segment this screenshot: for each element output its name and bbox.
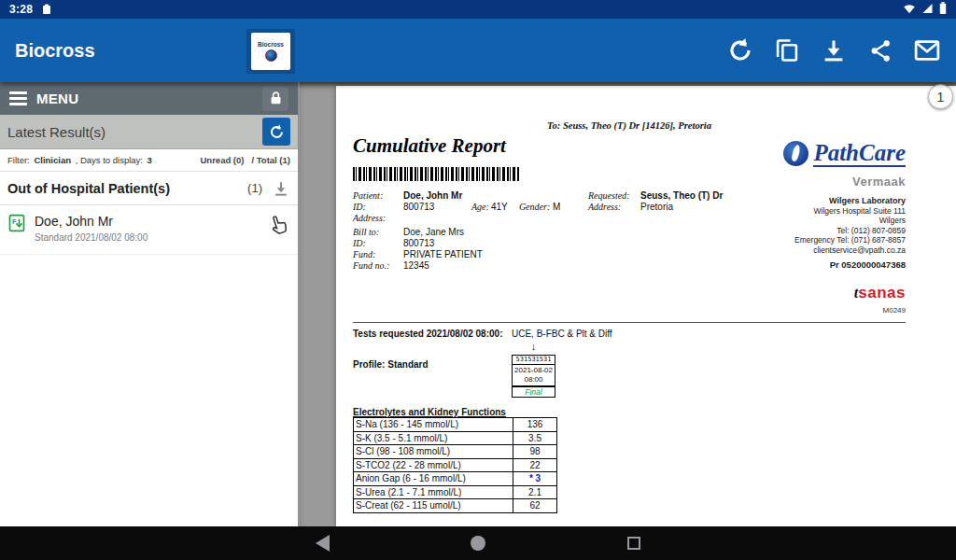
- share-button[interactable]: [865, 35, 896, 66]
- app-bar: Biocross Biocross: [0, 19, 956, 82]
- requested-address-value: Pretoria: [640, 202, 673, 212]
- sanas-wordmark: sanas: [858, 284, 906, 301]
- patient-label: Patient:: [353, 190, 403, 202]
- result-row: S-Urea (2.1 - 7.1 mmol/L)2.1: [353, 485, 557, 500]
- download-section-icon[interactable]: [272, 179, 290, 198]
- requested-label: Requested:: [588, 190, 640, 202]
- wifi-icon: [903, 1, 916, 18]
- requested-address-label: Address:: [588, 202, 640, 213]
- sanas-accreditation-number: M0249: [812, 306, 906, 315]
- result-row: S-Creat (62 - 115 umol/L)62: [353, 498, 557, 513]
- signal-icon: [921, 1, 934, 18]
- bill-to-label: Bill to:: [353, 227, 403, 238]
- collection-time: 08:00: [513, 375, 555, 385]
- barcode: [353, 167, 519, 181]
- section-count: (1): [247, 181, 262, 195]
- refresh-results-button[interactable]: [262, 118, 290, 146]
- android-nav-bar: [0, 526, 956, 560]
- section-title: Out of Hospital Patient(s): [7, 181, 170, 196]
- lab-email: clientservice@vpath.co.za: [691, 245, 906, 256]
- fund-value: PRIVATE PATIENT: [403, 249, 483, 259]
- report-viewer[interactable]: To: Seuss, Theo (T) Dr [14126], Pretoria…: [300, 82, 956, 526]
- fund-no-value: 12345: [403, 260, 429, 271]
- result-row: S-TCO2 (22 - 28 mmol/L)22: [353, 458, 557, 473]
- bill-id-label: ID:: [353, 238, 403, 249]
- lock-icon: [268, 91, 284, 106]
- result-counts: Unread (0) / Total (1): [200, 155, 290, 165]
- home-icon: [471, 536, 485, 551]
- lab-address2: Wilgers: [691, 216, 906, 226]
- patient-texts: Doe, John Mr Standard 2021/08/02 08:00: [35, 214, 148, 243]
- menu-icon[interactable]: [9, 91, 27, 105]
- filter-summary: Filter: Clinician , Days to display: 3: [7, 155, 154, 165]
- pathcare-wordmark: PathCare: [813, 140, 906, 167]
- hand-pointer-icon: [268, 213, 290, 241]
- app-title: Biocross: [0, 40, 95, 62]
- sanas-logo: tsanas: [812, 284, 906, 302]
- page-number: 1: [937, 90, 945, 105]
- tests-requested-label: Tests requested 2021/08/02 08:00:: [353, 329, 502, 339]
- svg-text:F: F: [12, 217, 17, 226]
- patient-name-value: Doe, John Mr: [403, 190, 462, 201]
- down-arrow-glyph: ↓: [512, 341, 555, 352]
- page-number-badge: 1: [928, 84, 953, 109]
- collection-date: 2021-08-02: [513, 366, 555, 375]
- section-header-out-of-hospital: Out of Hospital Patient(s) (1): [0, 172, 298, 205]
- biocross-logo-box: Biocross: [251, 33, 290, 70]
- sidebar: MENU Latest Result(s) Filter: Clinician …: [0, 82, 299, 526]
- email-button[interactable]: [911, 35, 943, 66]
- lab-address1: Wilgers Hospital Suite 111: [691, 206, 906, 217]
- bill-to-value: Doe, Jane Mrs: [403, 227, 464, 237]
- collection-datetime: 2021-08-02 08:00: [512, 364, 555, 386]
- tests-requested-value: UCE, B-FBC & Plt & Diff: [512, 329, 612, 339]
- home-button[interactable]: [467, 532, 489, 554]
- download-button[interactable]: [818, 35, 850, 66]
- menu-bar[interactable]: MENU: [0, 82, 298, 115]
- patient-info-block: Patient:Doe, John Mr ID:800713Age:41YGen…: [353, 190, 586, 272]
- refresh-button[interactable]: [724, 35, 756, 66]
- age-value: 41Y: [491, 202, 519, 213]
- profile-label: Profile: Standard: [353, 359, 429, 370]
- back-icon: [316, 535, 330, 552]
- fund-no-label: Fund no.:: [353, 260, 403, 272]
- pathcare-icon: [783, 141, 808, 166]
- total-count: / Total (1): [251, 155, 290, 165]
- filter-label: Filter:: [7, 155, 30, 165]
- bill-id-value: 800713: [403, 238, 434, 248]
- lab-tel: Tel: (012) 807-0859: [691, 226, 906, 236]
- address-label: Address:: [353, 213, 403, 224]
- back-button[interactable]: [311, 532, 333, 554]
- app-actions: [724, 35, 956, 66]
- patient-list-item[interactable]: F Doe, John Mr Standard 2021/08/02 08:00: [0, 205, 298, 255]
- lab-emergency-tel: Emergency Tel: (071) 687-8857: [691, 235, 906, 245]
- biocross-logo-mark: [265, 49, 277, 62]
- lab-name: Wilgers Laboratory: [691, 196, 906, 206]
- refresh-icon: [268, 123, 286, 141]
- status-bar: 3:28: [0, 0, 956, 19]
- lock-button[interactable]: [262, 87, 288, 111]
- results-section-title: Electrolytes and Kidney Functions: [353, 407, 506, 417]
- latest-results-header: Latest Result(s): [0, 115, 298, 149]
- lab-practice-number: Pr 0520000047368: [691, 260, 906, 271]
- result-row: S-Na (136 - 145 mmol/L)136: [353, 417, 557, 432]
- unread-count: Unread (0): [200, 155, 244, 165]
- id-value: 800713: [403, 202, 471, 213]
- report-title: Cumulative Report: [353, 134, 506, 158]
- recents-icon: [627, 537, 640, 550]
- result-file-icon: F: [7, 214, 26, 236]
- biocross-logo-text: Biocross: [258, 41, 284, 48]
- patient-name: Doe, John Mr: [35, 214, 148, 229]
- recents-button[interactable]: [623, 532, 645, 554]
- results-table: S-Na (136 - 145 mmol/L)136 S-K (3.5 - 5.…: [353, 418, 557, 513]
- filter-row: Filter: Clinician , Days to display: 3 U…: [0, 149, 298, 172]
- fund-label: Fund:: [353, 249, 403, 260]
- patient-detail: Standard 2021/08/02 08:00: [35, 232, 148, 243]
- pathcare-region: Vermaak: [738, 175, 906, 189]
- clock: 3:28: [9, 3, 33, 16]
- latest-results-label: Latest Result(s): [7, 124, 105, 140]
- filter-days-value: 3: [148, 155, 152, 165]
- copy-button[interactable]: [771, 35, 803, 66]
- clipboard-icon: [42, 4, 51, 15]
- pathcare-logo: PathCare: [738, 140, 906, 167]
- divider-line: [353, 322, 906, 323]
